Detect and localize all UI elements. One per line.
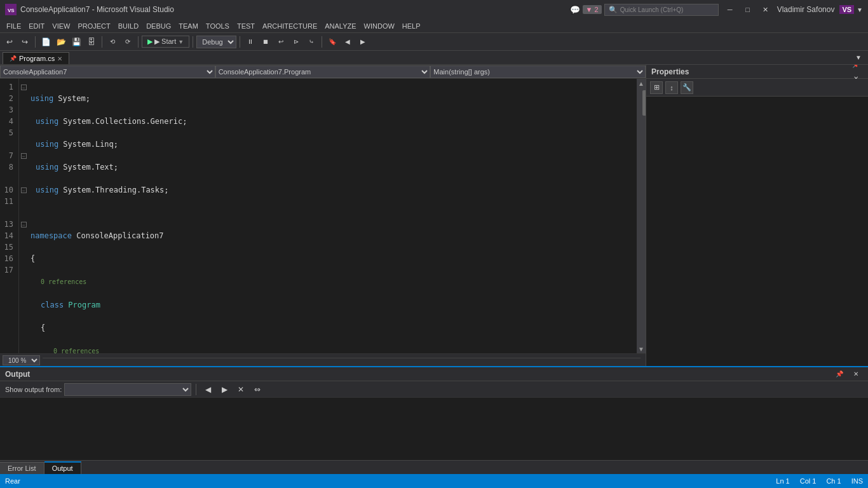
- props-property-pages-button[interactable]: 🔧: [681, 81, 693, 94]
- collapse-btn-3[interactable]: −: [21, 187, 27, 193]
- class-nav-select[interactable]: ConsoleApplication7: [0, 65, 215, 78]
- status-ln: Ln 1: [776, 477, 789, 485]
- output-pin-button[interactable]: 📌: [832, 367, 846, 381]
- toolbar-btn-2[interactable]: ⏹: [259, 35, 273, 49]
- start-dropdown-icon[interactable]: ▼: [178, 39, 184, 45]
- collapse-btn-4[interactable]: −: [21, 222, 27, 227]
- svg-text:VS: VS: [8, 8, 15, 13]
- output-source-select[interactable]: [64, 383, 191, 396]
- output-go-next-button[interactable]: ▶: [217, 383, 231, 396]
- title-right: 💬 ▼ 2 🔍 Quick Launch (Ctrl+Q) ─ □ ✕ Vlad…: [570, 3, 863, 16]
- output-content: [0, 398, 868, 460]
- redo2-button[interactable]: ⟳: [121, 35, 135, 49]
- status-bar: Rear Ln 1 Col 1 Ch 1 INS: [0, 474, 868, 488]
- status-ch: Ch 1: [826, 477, 841, 485]
- menu-tools[interactable]: TOOLS: [202, 21, 233, 31]
- output-go-prev-button[interactable]: ◀: [201, 383, 215, 396]
- start-icon: ▶: [147, 37, 153, 46]
- editor-scrollbar[interactable]: ▲ ▼: [637, 79, 646, 353]
- output-header: Output 📌 ✕: [0, 367, 868, 381]
- undo2-button[interactable]: ⟲: [105, 35, 119, 49]
- output-close-button[interactable]: ✕: [849, 367, 863, 381]
- member-nav-select[interactable]: ConsoleApplication7.Program: [215, 65, 431, 78]
- editor-nav-bar: ConsoleApplication7 ConsoleApplication7.…: [0, 65, 646, 79]
- collapse-btn-2[interactable]: −: [21, 153, 27, 159]
- collapse-gutter: − − −: [19, 79, 28, 353]
- maximize-button[interactable]: □: [739, 3, 757, 16]
- output-toolbar: Show output from: ◀ ▶ ✕ ⇔: [0, 381, 868, 398]
- output-header-controls: 📌 ✕: [832, 367, 863, 381]
- method-nav-select[interactable]: Main(string[] args): [430, 65, 646, 78]
- menu-help[interactable]: HELP: [398, 21, 424, 31]
- menu-bar: FILE EDIT VIEW PROJECT BUILD DEBUG TEAM …: [0, 19, 868, 33]
- undo-button[interactable]: ↩: [3, 35, 17, 49]
- flag-badge[interactable]: ▼ 2: [583, 5, 602, 14]
- bookmark-button[interactable]: 🔖: [325, 35, 339, 49]
- menu-test[interactable]: TEST: [233, 21, 259, 31]
- menu-analyze[interactable]: ANALYZE: [321, 21, 360, 31]
- tab-close-button[interactable]: ✕: [57, 55, 62, 62]
- toolbar-btn-4[interactable]: ⊳: [289, 35, 303, 49]
- output-title: Output: [5, 370, 830, 379]
- props-alpha-button[interactable]: ↕: [665, 81, 678, 94]
- scroll-thumb[interactable]: [642, 90, 646, 116]
- menu-build[interactable]: BUILD: [114, 21, 142, 31]
- open-button[interactable]: 📂: [54, 35, 68, 49]
- tab-list-button[interactable]: ▼: [851, 51, 865, 64]
- prev-bookmark-button[interactable]: ◀: [341, 35, 355, 49]
- properties-header: Properties 📌 ✕: [646, 65, 868, 79]
- start-debug-button[interactable]: ▶ ▶ Start ▼: [142, 36, 189, 48]
- save-all-button[interactable]: 🗄: [85, 35, 98, 49]
- output-pane: Output 📌 ✕ Show output from: ◀ ▶ ✕ ⇔ Err…: [0, 366, 868, 474]
- status-ins: INS: [851, 477, 863, 485]
- line-numbers: 1 2 3 4 5 7 8 10 11 13 14: [0, 79, 19, 353]
- save-button[interactable]: 💾: [69, 35, 83, 49]
- code-text[interactable]: using System; using System.Collections.G…: [28, 79, 637, 353]
- menu-window[interactable]: WINDOW: [360, 21, 398, 31]
- toolbar-btn-5[interactable]: ⤷: [304, 35, 318, 49]
- close-button[interactable]: ✕: [757, 3, 775, 16]
- status-col: Col 1: [800, 477, 817, 485]
- menu-team[interactable]: TEAM: [175, 21, 202, 31]
- output-toggle-button[interactable]: ⇔: [250, 383, 264, 396]
- redo-button[interactable]: ↪: [18, 35, 32, 49]
- tab-error-list[interactable]: Error List: [0, 462, 44, 474]
- menu-project[interactable]: PROJECT: [74, 21, 114, 31]
- props-categorized-button[interactable]: ⊞: [650, 81, 663, 94]
- quick-launch-placeholder: Quick Launch (Ctrl+Q): [620, 6, 684, 13]
- next-bookmark-button[interactable]: ▶: [356, 35, 370, 49]
- debug-mode-select[interactable]: Debug: [196, 36, 236, 48]
- output-clear-button[interactable]: ✕: [234, 383, 248, 396]
- toolbar-btn-3[interactable]: ↩: [274, 35, 288, 49]
- notification-icon[interactable]: 💬: [570, 5, 580, 15]
- props-pin-button[interactable]: 📌: [849, 65, 863, 72]
- menu-edit[interactable]: EDIT: [25, 21, 48, 31]
- menu-architecture[interactable]: ARCHITECTURE: [259, 21, 321, 31]
- minimize-button[interactable]: ─: [721, 3, 739, 16]
- zoom-strip: 100 %: [0, 353, 646, 366]
- bottom-tabs: Error List Output: [0, 460, 868, 474]
- tab-program-cs[interactable]: 📌 Program.cs ✕: [3, 52, 69, 64]
- scroll-up-button[interactable]: ▲: [637, 79, 646, 88]
- quick-launch-box[interactable]: 🔍 Quick Launch (Ctrl+Q): [604, 4, 719, 16]
- window-controls: ─ □ ✕: [721, 3, 775, 16]
- menu-view[interactable]: VIEW: [48, 21, 74, 31]
- properties-panel: Properties 📌 ✕ ⊞ ↕ 🔧: [646, 65, 868, 366]
- scroll-down-button[interactable]: ▼: [637, 344, 646, 353]
- zoom-select[interactable]: 100 %: [3, 355, 40, 365]
- tab-label-program-cs: Program.cs: [19, 55, 55, 62]
- status-right: Ln 1 Col 1 Ch 1 INS: [776, 477, 863, 485]
- menu-file[interactable]: FILE: [3, 21, 25, 31]
- user-badge: VS: [839, 5, 854, 14]
- menu-debug[interactable]: DEBUG: [142, 21, 175, 31]
- tab-output[interactable]: Output: [44, 461, 81, 474]
- search-icon: 🔍: [609, 6, 618, 14]
- toolbar-btn-1[interactable]: ⏸: [243, 35, 257, 49]
- code-editor[interactable]: 1 2 3 4 5 7 8 10 11 13 14: [0, 79, 646, 353]
- title-bar: VS ConsoleApplication7 - Microsoft Visua…: [0, 0, 868, 19]
- user-dropdown-icon[interactable]: ▼: [857, 6, 863, 13]
- tab-pin-icon[interactable]: 📌: [10, 55, 17, 62]
- new-file-button[interactable]: 📄: [39, 35, 53, 49]
- collapse-btn-1[interactable]: −: [21, 85, 27, 90]
- status-ready: Rear: [5, 477, 20, 485]
